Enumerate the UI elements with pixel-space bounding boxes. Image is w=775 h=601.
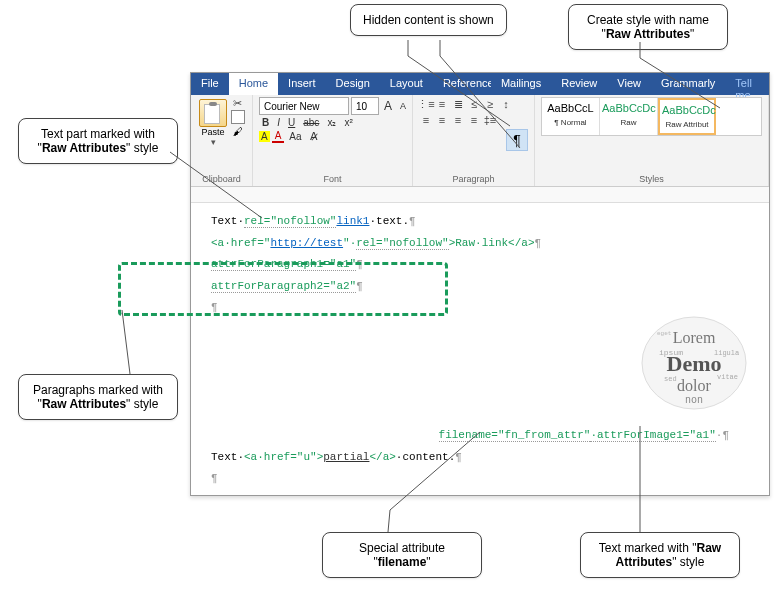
align-center-icon[interactable]: ≡ — [435, 113, 449, 127]
pilcrow-icon: ¶ — [211, 472, 218, 484]
font-color-button[interactable]: A — [272, 130, 285, 143]
tab-tellme[interactable]: Tell me — [725, 73, 769, 95]
para-2[interactable]: <a·href="http://test"·rel="nofollow">Raw… — [211, 235, 749, 253]
tab-home[interactable]: Home — [229, 73, 278, 95]
tab-review[interactable]: Review — [551, 73, 607, 95]
hyperlink[interactable]: http://test — [270, 237, 343, 249]
line-spacing-icon[interactable]: ‡≡ — [483, 113, 497, 127]
pilcrow-icon: ¶ — [535, 237, 542, 249]
sort-icon[interactable]: ↕ — [499, 97, 513, 111]
text: Text· — [211, 451, 244, 463]
callout-text: " style — [672, 555, 704, 569]
svg-text:eget: eget — [657, 330, 671, 337]
callout-text: " style — [126, 141, 158, 155]
tab-layout[interactable]: Layout — [380, 73, 433, 95]
paragraph-label: Paragraph — [419, 172, 528, 184]
callout-bold: Raw Attributes — [606, 27, 690, 41]
hyperlink[interactable]: partial — [323, 451, 369, 463]
show-hide-pilcrow-button[interactable]: ¶ — [506, 129, 528, 151]
raw-attr-text: rel="nofollow" — [356, 237, 448, 250]
font-label: Font — [259, 172, 406, 184]
svg-text:vitae: vitae — [717, 373, 738, 381]
superscript-button[interactable]: x² — [341, 117, 355, 128]
italic-button[interactable]: I — [274, 117, 283, 128]
callout-paragraphs: Paragraphs marked with "Raw Attributes" … — [18, 374, 178, 420]
para-6[interactable]: Text·<a·href="u">partial</a>·content.¶ — [211, 449, 749, 467]
para-1[interactable]: Text·rel="nofollow"link1·text.¶ — [211, 213, 749, 231]
style-raw[interactable]: AaBbCcDc Raw — [600, 98, 658, 135]
wordcloud-icon: Lorem ipsum ligula Demo sed vitae dolor … — [639, 313, 749, 413]
tab-file[interactable]: File — [191, 73, 229, 95]
clear-format-icon[interactable]: A̷ — [307, 130, 321, 143]
styles-group: AaBbCcL ¶ Normal AaBbCcDc Raw AaBbCcDc R… — [535, 95, 769, 186]
raw-text: </a> — [369, 451, 395, 463]
font-name-input[interactable] — [259, 97, 349, 115]
embedded-image[interactable]: Lorem ipsum ligula Demo sed vitae dolor … — [639, 313, 749, 413]
style-gallery: AaBbCcL ¶ Normal AaBbCcDc Raw AaBbCcDc R… — [541, 97, 762, 136]
callout-hidden-content: Hidden content is shown — [350, 4, 507, 36]
callout-bold: filename — [378, 555, 427, 569]
bullets-icon[interactable]: ⋮≡ — [419, 97, 433, 111]
paste-icon — [199, 99, 227, 127]
ribbon: Paste ▾ Clipboard A A — [191, 95, 769, 187]
highlight-button[interactable]: A — [259, 131, 270, 142]
style-name: Raw — [602, 118, 655, 127]
ribbon-tabs: File Home Insert Design Layout Reference… — [191, 73, 769, 95]
cut-icon[interactable] — [233, 97, 245, 110]
tab-mailings[interactable]: Mailings — [491, 73, 551, 95]
copy-icon[interactable] — [233, 112, 245, 124]
align-right-icon[interactable]: ≡ — [451, 113, 465, 127]
paragraph-group: ⋮≡ ≡ ≣ ≤ ≥ ↕ ≡ ≡ ≡ ≡ ‡≡ ¶ Paragr — [413, 95, 535, 186]
raw-attr-filename: filename="fn_from_attr" — [439, 429, 591, 442]
callout-special-attr: Special attribute "filename" — [322, 532, 482, 578]
para-5[interactable]: filename="fn_from_attr"·attrForImage1="a… — [211, 427, 749, 445]
para-blank2[interactable]: ¶ — [211, 470, 749, 488]
svg-text:Demo: Demo — [667, 351, 722, 376]
multilevel-icon[interactable]: ≣ — [451, 97, 465, 111]
style-name: ¶ Normal — [544, 118, 597, 127]
paste-button[interactable]: Paste ▾ — [197, 97, 229, 149]
underline-button[interactable]: U — [285, 117, 298, 128]
raw-text: <a·href=" — [211, 237, 270, 249]
pilcrow-icon: ¶ — [409, 215, 416, 227]
ruler — [191, 187, 769, 203]
dec-indent-icon[interactable]: ≤ — [467, 97, 481, 111]
style-name: Raw Attribut — [662, 120, 712, 129]
document-area[interactable]: Text·rel="nofollow"link1·text.¶ <a·href=… — [191, 203, 769, 493]
style-preview: AaBbCcDc — [662, 104, 712, 116]
callout-text: Text marked with " — [599, 541, 697, 555]
tab-insert[interactable]: Insert — [278, 73, 326, 95]
style-preview: AaBbCcDc — [602, 102, 655, 114]
format-painter-icon[interactable] — [233, 126, 245, 137]
numbering-icon[interactable]: ≡ — [435, 97, 449, 111]
callout-text-marked: Text marked with "Raw Attributes" style — [580, 532, 740, 578]
hyperlink[interactable]: link1 — [336, 215, 369, 227]
pilcrow-icon: ·¶ — [716, 429, 729, 441]
text: Text· — [211, 215, 244, 227]
tab-grammarly[interactable]: Grammarly — [651, 73, 725, 95]
svg-text:dolor: dolor — [677, 377, 711, 394]
text: ·content. — [396, 451, 455, 463]
raw-attr-text: ·attrForImage1="a1" — [590, 429, 715, 442]
tab-references[interactable]: References — [433, 73, 491, 95]
style-normal[interactable]: AaBbCcL ¶ Normal — [542, 98, 600, 135]
styles-label: Styles — [541, 172, 762, 184]
callout-create-style: Create style with name "Raw Attributes" — [568, 4, 728, 50]
svg-text:Lorem: Lorem — [673, 329, 716, 346]
tab-design[interactable]: Design — [326, 73, 380, 95]
inc-indent-icon[interactable]: ≥ — [483, 97, 497, 111]
subscript-button[interactable]: x₂ — [324, 117, 339, 128]
strike-button[interactable]: abc — [300, 117, 322, 128]
justify-icon[interactable]: ≡ — [467, 113, 481, 127]
raw-text: >Raw·link</a> — [449, 237, 535, 249]
bold-button[interactable]: B — [259, 117, 272, 128]
align-left-icon[interactable]: ≡ — [419, 113, 433, 127]
grow-font-icon[interactable]: A — [381, 99, 395, 113]
style-raw-attributes[interactable]: AaBbCcDc Raw Attribut — [658, 98, 716, 135]
callout-text: Hidden content is shown — [363, 13, 494, 27]
shrink-font-icon[interactable]: A — [397, 101, 409, 111]
svg-text:sed: sed — [664, 375, 677, 383]
case-button[interactable]: Aa — [286, 131, 304, 142]
tab-view[interactable]: View — [607, 73, 651, 95]
font-size-input[interactable] — [351, 97, 379, 115]
